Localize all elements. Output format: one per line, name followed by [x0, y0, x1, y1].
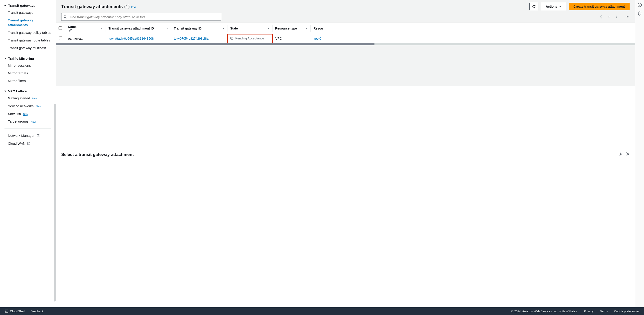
sidebar-item-transit-gateways[interactable]: Transit gateways	[0, 9, 56, 17]
column-header-tgw-id[interactable]: Transit gateway ID	[171, 23, 228, 34]
table-settings-button[interactable]	[623, 14, 630, 20]
column-header-name[interactable]: Name	[65, 23, 106, 34]
page-number: 1	[606, 15, 612, 19]
horizontal-scrollbar-track[interactable]	[56, 43, 635, 45]
caret-down-icon	[559, 6, 561, 7]
sidebar-item-mirror-filters[interactable]: Mirror filters	[0, 77, 56, 85]
column-label: State	[230, 27, 238, 30]
sidebar-item-label: Target groups	[8, 119, 28, 123]
sidebar-item-transit-gateway-attachments[interactable]: Transit gateway attachments	[0, 17, 56, 29]
state-text: Pending Acceptance	[235, 37, 264, 40]
privacy-link[interactable]: Privacy	[584, 309, 594, 313]
sidebar-item-network-manager[interactable]: Network Manager	[0, 132, 56, 139]
table-header-row: Name Transit gateway attachment ID Trans…	[56, 23, 635, 34]
new-badge: New	[31, 120, 36, 123]
sidebar-scrollbar[interactable]	[54, 104, 56, 301]
column-label: Name	[68, 25, 76, 29]
sidebar-item-label: Cloud WAN	[8, 142, 26, 145]
sidebar-item-label: Services	[8, 112, 21, 116]
row-checkbox[interactable]	[59, 37, 62, 40]
cloudshell-label: CloudShell	[10, 309, 25, 313]
sidebar-item-transit-gateway-multicast[interactable]: Transit gateway multicast	[0, 44, 56, 52]
select-all-checkbox[interactable]	[58, 26, 62, 30]
svg-point-0	[64, 16, 66, 18]
prev-page-button[interactable]	[598, 14, 604, 20]
sidebar-item-getting-started[interactable]: Getting started New	[0, 94, 56, 102]
detail-settings-button[interactable]	[619, 152, 623, 156]
detail-close-button[interactable]	[626, 152, 630, 156]
sidebar-item-label: Service networks	[8, 104, 34, 108]
sidebar-item-target-groups[interactable]: Target groups New	[0, 118, 56, 125]
nav-group-vpc-lattice[interactable]: VPC Lattice	[0, 88, 56, 94]
close-icon	[626, 152, 630, 156]
caret-down-icon	[4, 5, 6, 6]
chevron-left-icon	[600, 15, 602, 19]
header-row: Transit gateway attachments (1) Info Act…	[61, 3, 630, 10]
nav-group-transit-gateways[interactable]: Transit gateways	[0, 2, 56, 9]
main-content: Transit gateway attachments (1) Info Act…	[56, 0, 635, 315]
copyright-text: © 2024, Amazon Web Services, Inc. or its…	[511, 309, 578, 313]
column-header-state[interactable]: State	[228, 23, 272, 34]
clock-icon	[230, 37, 234, 40]
sidebar-item-mirror-sessions[interactable]: Mirror sessions	[0, 62, 56, 69]
column-header-attachment-id[interactable]: Transit gateway attachment ID	[106, 23, 171, 34]
sidebar-item-service-networks[interactable]: Service networks New	[0, 102, 56, 110]
split-pane-handle[interactable]	[56, 145, 635, 148]
info-link[interactable]: Info	[131, 6, 136, 9]
actions-label: Actions	[546, 5, 557, 8]
new-badge: New	[23, 113, 28, 116]
filter-icon	[306, 28, 308, 29]
resource-id-link[interactable]: vpc-0	[314, 37, 321, 40]
rail-security-button[interactable]	[638, 11, 642, 16]
external-link-icon	[36, 134, 40, 137]
column-header-resource[interactable]: Resou	[311, 23, 635, 34]
sidebar-item-cloud-wan[interactable]: Cloud WAN	[0, 140, 56, 147]
cell-state: Pending Acceptance	[228, 34, 272, 43]
sidebar-item-transit-gateway-route-tables[interactable]: Transit gateway route tables	[0, 37, 56, 44]
grip-icon	[344, 146, 348, 147]
search-input[interactable]	[61, 13, 221, 21]
column-label: Transit gateway attachment ID	[108, 27, 154, 30]
svg-rect-6	[5, 310, 8, 312]
sidebar-item-transit-gateway-policy-tables[interactable]: Transit gateway policy tables	[0, 29, 56, 37]
nav-group-traffic-mirroring[interactable]: Traffic Mirroring	[0, 55, 56, 62]
filter-icon	[101, 28, 103, 29]
tgw-id-link[interactable]: tgw-07054d8274298cf8a	[174, 37, 208, 40]
search-icon	[64, 15, 67, 19]
cloudshell-button[interactable]: CloudShell	[4, 309, 25, 313]
footer-left: CloudShell Feedback	[4, 309, 44, 313]
data-table: Name Transit gateway attachment ID Trans…	[56, 23, 635, 43]
column-label: Transit gateway ID	[174, 27, 202, 30]
gear-icon	[619, 152, 623, 156]
filter-icon	[268, 28, 269, 29]
table-row[interactable]: partner-att tgw-attach-0c645ae9311648508…	[56, 34, 635, 43]
terms-link[interactable]: Terms	[600, 309, 608, 313]
sidebar: Transit gateways Transit gateways Transi…	[0, 0, 56, 315]
toolbar: 1	[61, 13, 630, 21]
cell-resource-id: vpc-0	[311, 34, 635, 43]
rail-info-button[interactable]	[638, 3, 642, 7]
info-icon	[638, 3, 642, 7]
cell-resource-type: VPC	[272, 34, 311, 43]
attachment-id-link[interactable]: tgw-attach-0c645ae9311648508	[108, 37, 154, 40]
sidebar-item-mirror-targets[interactable]: Mirror targets	[0, 69, 56, 77]
next-page-button[interactable]	[614, 14, 620, 20]
column-label: Resou	[314, 27, 323, 30]
create-attachment-button[interactable]: Create transit gateway attachment	[569, 3, 630, 10]
cell-tgw-id: tgw-07054d8274298cf8a	[171, 34, 228, 43]
nav-group-label: VPC Lattice	[8, 89, 27, 93]
page-title: Transit gateway attachments (1) Info	[61, 4, 136, 9]
actions-dropdown-button[interactable]: Actions	[541, 3, 566, 10]
cookie-preferences-link[interactable]: Cookie preferences	[614, 309, 640, 313]
gear-icon	[626, 15, 630, 19]
refresh-button[interactable]	[530, 3, 538, 10]
caret-down-icon	[4, 91, 6, 92]
sidebar-item-services[interactable]: Services New	[0, 110, 56, 118]
table-empty-space	[56, 45, 635, 86]
search-container	[61, 13, 221, 21]
column-header-resource-type[interactable]: Resource type	[272, 23, 311, 34]
horizontal-scrollbar-thumb[interactable]	[56, 43, 374, 45]
chevron-right-icon	[616, 15, 618, 19]
caret-down-icon	[4, 58, 6, 59]
feedback-link[interactable]: Feedback	[30, 309, 44, 313]
